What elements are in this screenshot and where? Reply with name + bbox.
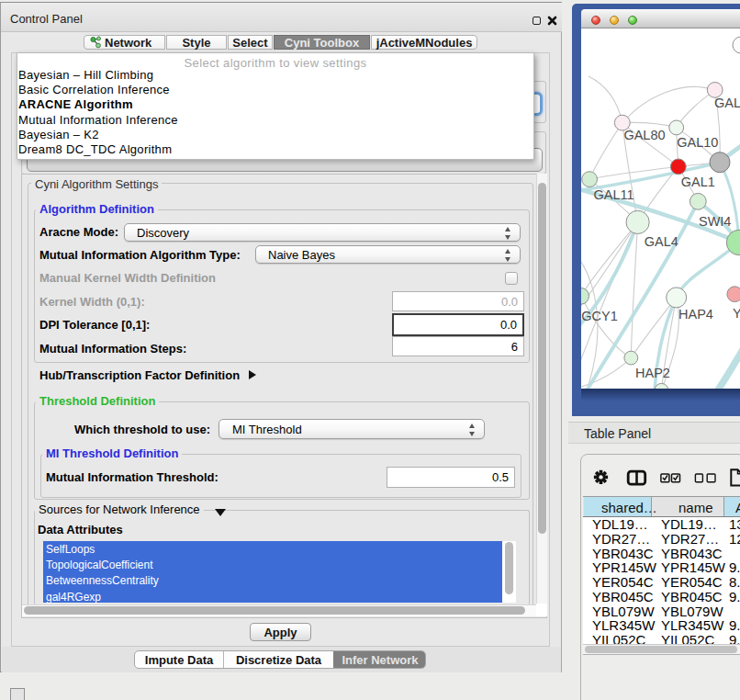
svg-text:GAL4: GAL4 [645, 234, 678, 249]
svg-text:GAL7: GAL7 [714, 96, 740, 110]
svg-text:SWI4: SWI4 [699, 214, 731, 229]
svg-text:GAL10: GAL10 [677, 135, 718, 150]
svg-text:HAP2: HAP2 [635, 366, 670, 380]
svg-text:YEL: YEL [733, 306, 740, 321]
svg-text:GAL11: GAL11 [594, 187, 634, 202]
svg-text:GAL80: GAL80 [623, 128, 665, 142]
svg-text:GCY1: GCY1 [581, 309, 618, 323]
svg-text:GAL1: GAL1 [681, 175, 715, 189]
svg-text:HAP4: HAP4 [678, 307, 713, 322]
